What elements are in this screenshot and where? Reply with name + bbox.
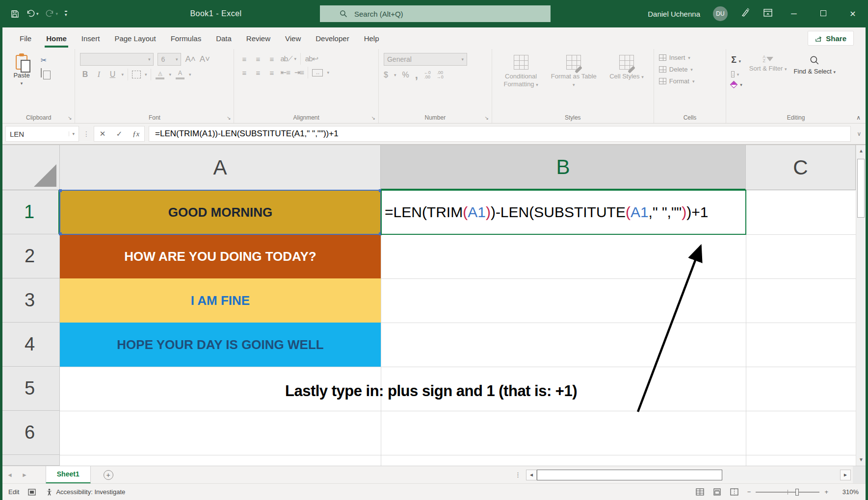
horizontal-scroll-track[interactable] bbox=[722, 470, 840, 480]
font-dialog-launcher-icon[interactable]: ↘ bbox=[227, 115, 231, 121]
number-format-select[interactable]: General▾ bbox=[384, 53, 467, 66]
bottom-align-icon[interactable]: ≡ bbox=[266, 55, 276, 63]
paste-button[interactable]: Paste ▾ bbox=[7, 53, 36, 111]
horizontal-scrollbar[interactable]: ⋮ ◄ ► bbox=[510, 466, 866, 484]
currency-dropdown-chevron[interactable]: ▾ bbox=[394, 73, 396, 77]
borders-dropdown-chevron[interactable]: ▾ bbox=[145, 72, 147, 77]
page-break-view-button[interactable] bbox=[730, 488, 738, 496]
scroll-down-arrow-icon[interactable]: ▼ bbox=[856, 454, 866, 466]
currency-format-icon[interactable]: $ bbox=[384, 71, 388, 79]
name-box-dropdown-chevron[interactable]: ▾ bbox=[69, 131, 75, 136]
scroll-left-arrow-icon[interactable]: ◄ bbox=[526, 470, 537, 480]
zoom-thumb[interactable] bbox=[795, 489, 799, 496]
search-box[interactable]: Search (Alt+Q) bbox=[320, 5, 551, 22]
row-header-1[interactable]: 1 bbox=[0, 190, 60, 234]
row-header-4[interactable]: 4 bbox=[0, 323, 60, 367]
tab-file[interactable]: File bbox=[12, 27, 39, 49]
name-box[interactable]: LEN ▾ bbox=[5, 126, 79, 142]
zoom-out-icon[interactable]: − bbox=[747, 488, 751, 496]
orientation-icon[interactable]: ab⟋ bbox=[280, 54, 290, 63]
comma-format-icon[interactable]: , bbox=[415, 69, 418, 81]
find-select-button[interactable]: Find & Select ▾ bbox=[794, 53, 836, 111]
sheet-nav-right-icon[interactable]: ► bbox=[17, 472, 32, 478]
alignment-dialog-launcher-icon[interactable]: ↘ bbox=[371, 115, 375, 121]
cell-styles-button[interactable]: Cell Styles ▾ bbox=[603, 53, 651, 111]
copy-button[interactable] bbox=[41, 69, 47, 77]
row-header-3[interactable]: 3 bbox=[0, 278, 60, 323]
fill-button[interactable]: ↓ ▾ bbox=[731, 69, 742, 78]
scrollbar-resize-dots[interactable]: ⋮ bbox=[510, 471, 526, 478]
merge-center-icon[interactable]: ↔ bbox=[312, 69, 323, 76]
top-align-icon[interactable]: ≡ bbox=[239, 55, 249, 63]
share-button[interactable]: Share bbox=[808, 31, 854, 46]
tab-help[interactable]: Help bbox=[357, 27, 387, 49]
paste-dropdown-chevron[interactable]: ▾ bbox=[21, 81, 23, 86]
increase-indent-icon[interactable]: ⇥≡ bbox=[294, 68, 304, 77]
minimize-button[interactable]: ─ bbox=[786, 9, 802, 18]
tab-developer[interactable]: Developer bbox=[308, 27, 356, 49]
close-button[interactable]: ✕ bbox=[844, 9, 861, 19]
align-center-icon[interactable]: ≡ bbox=[253, 69, 263, 77]
font-name-input[interactable]: ▾ bbox=[80, 53, 154, 66]
cell-a3[interactable]: I AM FINE bbox=[60, 278, 381, 323]
cell-b1-formula-text[interactable]: =LEN(TRIM(A1))-LEN(SUBSTITUTE(A1," ","")… bbox=[385, 190, 748, 234]
bold-button[interactable]: B bbox=[80, 70, 90, 79]
enter-formula-button[interactable]: ✓ bbox=[111, 129, 128, 138]
align-left-icon[interactable]: ≡ bbox=[239, 69, 249, 77]
tab-insert[interactable]: Insert bbox=[74, 27, 107, 49]
annotation-textbox[interactable]: Lastly type in: plus sign and 1 (that is… bbox=[285, 382, 577, 400]
inking-button[interactable] bbox=[740, 8, 750, 20]
horizontal-scroll-thumb[interactable] bbox=[537, 470, 722, 480]
merge-dropdown-chevron[interactable]: ▾ bbox=[327, 70, 329, 75]
record-macro-button[interactable] bbox=[28, 489, 36, 496]
column-header-a[interactable]: A bbox=[60, 145, 381, 190]
cell-a4[interactable]: HOPE YOUR DAY IS GOING WELL bbox=[60, 323, 381, 367]
accessibility-checker[interactable]: Accessibility: Investigate bbox=[46, 488, 125, 496]
format-cells-button[interactable]: Format▾ bbox=[659, 77, 723, 85]
scroll-right-arrow-icon[interactable]: ► bbox=[840, 470, 851, 480]
expand-formula-bar-chevron[interactable]: ∨ bbox=[853, 130, 866, 137]
tab-data[interactable]: Data bbox=[209, 27, 239, 49]
vertical-scroll-thumb[interactable] bbox=[857, 159, 865, 218]
vertical-scrollbar[interactable]: ▲ ▼ bbox=[856, 145, 866, 466]
decrease-decimal-icon[interactable]: .00→0 bbox=[437, 71, 444, 79]
undo-dropdown-chevron[interactable]: ▾ bbox=[36, 12, 39, 16]
clipboard-dialog-launcher-icon[interactable]: ↘ bbox=[68, 115, 72, 121]
increase-decimal-icon[interactable]: ←0.00 bbox=[424, 71, 431, 79]
zoom-slider[interactable]: − + bbox=[747, 488, 828, 496]
align-right-icon[interactable]: ≡ bbox=[266, 69, 276, 77]
tab-formulas[interactable]: Formulas bbox=[163, 27, 209, 49]
fill-color-icon[interactable]: ◬ bbox=[155, 70, 165, 79]
sheet-nav-left-icon[interactable]: ◄ bbox=[2, 472, 17, 478]
borders-icon[interactable] bbox=[132, 71, 141, 78]
reference-handle[interactable] bbox=[59, 189, 62, 192]
decrease-indent-icon[interactable]: ⇤≡ bbox=[280, 68, 290, 77]
row-header-6[interactable]: 6 bbox=[0, 411, 60, 455]
page-layout-view-button[interactable] bbox=[713, 488, 721, 496]
sort-filter-button[interactable]: AZ Sort & Filter ▾ bbox=[749, 53, 787, 111]
underline-button[interactable]: U bbox=[107, 70, 117, 79]
customize-quick-access-button[interactable]: ▾ bbox=[65, 11, 67, 17]
delete-cells-button[interactable]: Delete▾ bbox=[659, 66, 723, 73]
fill-color-dropdown-chevron[interactable]: ▾ bbox=[169, 72, 171, 77]
font-size-input[interactable]: 6▾ bbox=[158, 53, 181, 66]
column-header-c[interactable]: C bbox=[746, 145, 856, 190]
reference-handle[interactable] bbox=[59, 232, 62, 235]
tab-view[interactable]: View bbox=[278, 27, 308, 49]
decrease-font-size-icon[interactable]: A˅ bbox=[200, 54, 210, 64]
increase-font-size-icon[interactable]: A˄ bbox=[185, 54, 195, 64]
user-name[interactable]: Daniel Uchenna bbox=[648, 10, 700, 18]
avatar[interactable]: DU bbox=[713, 6, 728, 21]
zoom-in-icon[interactable]: + bbox=[824, 488, 828, 496]
italic-button[interactable]: I bbox=[94, 70, 104, 79]
number-dialog-launcher-icon[interactable]: ↘ bbox=[484, 115, 488, 121]
clear-button[interactable]: ▾ bbox=[731, 82, 742, 87]
maximize-button[interactable] bbox=[815, 9, 832, 18]
autosum-button[interactable]: Σ ▾ bbox=[731, 55, 742, 65]
new-sheet-button[interactable]: + bbox=[104, 470, 113, 480]
normal-view-button[interactable] bbox=[696, 488, 704, 496]
cut-button[interactable]: ✂ bbox=[41, 56, 47, 65]
save-button[interactable] bbox=[11, 10, 19, 18]
ribbon-display-options-button[interactable] bbox=[763, 8, 773, 20]
row-header-5[interactable]: 5 bbox=[0, 367, 60, 411]
